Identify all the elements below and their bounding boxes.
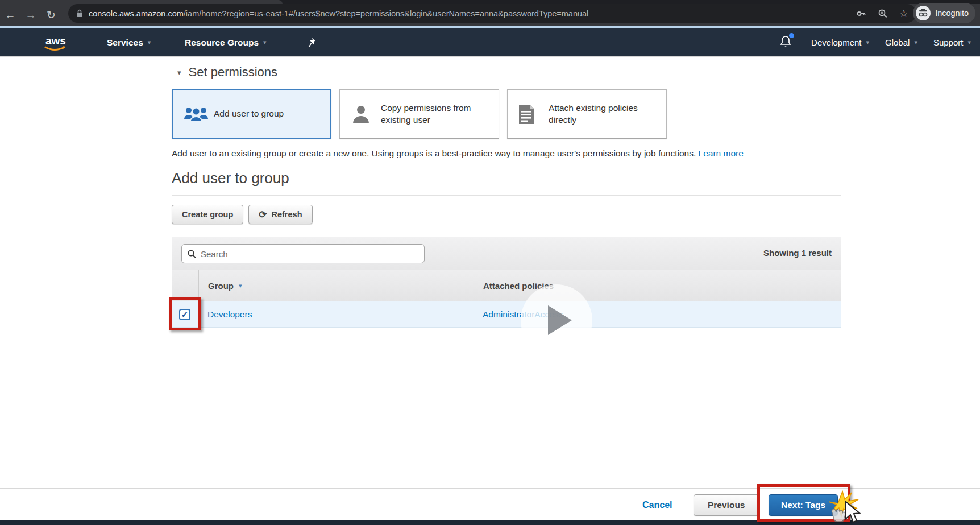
- incognito-label: Incognito: [935, 9, 969, 18]
- next-tags-label: Next: Tags: [781, 500, 825, 510]
- nav-region-global[interactable]: Global ▾: [885, 38, 917, 47]
- reload-icon[interactable]: ↻: [41, 9, 61, 22]
- check-icon: ✓: [181, 310, 189, 319]
- nav-account-development[interactable]: Development ▾: [811, 38, 869, 47]
- results-count: Showing 1 result: [763, 248, 832, 258]
- bookmark-star-icon[interactable]: ☆: [899, 9, 908, 19]
- table-row[interactable]: ✓ Developers AdministratorAccess: [172, 301, 841, 328]
- refresh-icon: ⟳: [259, 210, 267, 220]
- header-checkbox-cell: [172, 270, 199, 301]
- zoom-icon[interactable]: [878, 9, 888, 19]
- chevron-down-icon: ▾: [914, 39, 917, 46]
- create-group-button[interactable]: Create group: [172, 205, 243, 224]
- notification-dot: [789, 33, 794, 38]
- lock-icon: [76, 9, 83, 18]
- url-path: /iam/home?region=us-east-1#/users$new?st…: [184, 9, 589, 18]
- column-header-group[interactable]: Group: [208, 281, 234, 291]
- footer-divider: [0, 488, 980, 489]
- aws-logo[interactable]: aws: [41, 34, 70, 55]
- tab-strip: [0, 0, 980, 4]
- nav-support-label: Support: [933, 38, 964, 47]
- card-attach-policies[interactable]: Attach existing policies directly: [507, 89, 667, 139]
- card-add-user-to-group[interactable]: Add user to group: [172, 89, 331, 139]
- permissions-description: Add user to an existing group or create …: [172, 148, 865, 159]
- group-name-link[interactable]: Developers: [207, 309, 252, 320]
- permission-option-cards: Add user to group Copy permissions from …: [172, 89, 667, 139]
- chevron-down-icon: ▾: [148, 39, 151, 46]
- create-group-label: Create group: [182, 210, 233, 219]
- forward-icon[interactable]: →: [20, 9, 41, 22]
- refresh-button[interactable]: ⟳ Refresh: [248, 205, 312, 224]
- description-text: Add user to an existing group or create …: [172, 148, 696, 158]
- url-domain: console.aws.amazon.com: [89, 9, 184, 18]
- url-bar[interactable]: console.aws.amazon.com/iam/home?region=u…: [68, 4, 916, 23]
- previous-label: Previous: [708, 500, 745, 510]
- incognito-icon: [916, 6, 931, 20]
- cancel-link[interactable]: Cancel: [642, 500, 672, 510]
- row-checkbox[interactable]: ✓: [179, 309, 190, 320]
- chevron-down-icon: ▾: [263, 39, 267, 46]
- card-label: Add user to group: [214, 108, 284, 119]
- browser-chrome: ← → ↻ console.aws.amazon.com/iam/home?re…: [0, 0, 980, 26]
- notifications-bell-icon[interactable]: [779, 35, 792, 51]
- page-title: Set permissions: [189, 65, 278, 80]
- user-icon: [350, 104, 381, 125]
- chevron-down-icon: ▾: [866, 39, 870, 46]
- card-label: Copy permissions from existing user: [381, 102, 491, 125]
- active-tab[interactable]: [0, 0, 283, 4]
- bottom-dark-bar: [0, 520, 980, 525]
- incognito-badge: Incognito: [913, 3, 975, 23]
- chevron-down-icon: ▾: [967, 39, 971, 46]
- table-toolbar: Showing 1 result: [172, 237, 841, 270]
- search-input[interactable]: [201, 249, 418, 259]
- refresh-label: Refresh: [272, 210, 302, 219]
- section-divider: [172, 195, 841, 196]
- back-icon[interactable]: ←: [0, 9, 20, 22]
- video-play-button[interactable]: [521, 284, 592, 356]
- play-icon: [548, 305, 572, 335]
- search-input-wrapper[interactable]: [181, 244, 425, 263]
- pin-icon[interactable]: [308, 37, 317, 51]
- nav-services-label: Services: [107, 38, 143, 48]
- sort-caret-icon[interactable]: ▾: [239, 282, 242, 290]
- nav-services[interactable]: Services ▾: [107, 38, 151, 48]
- previous-button[interactable]: Previous: [694, 494, 759, 516]
- learn-more-link[interactable]: Learn more: [699, 148, 744, 158]
- password-key-icon[interactable]: [856, 9, 866, 19]
- aws-navbar: aws Services ▾ Resource Groups ▾: [0, 28, 980, 57]
- table-header-row: Group ▾ Attached policies: [172, 270, 841, 301]
- nav-resource-groups-label: Resource Groups: [185, 38, 259, 48]
- group-icon: [183, 105, 214, 123]
- policy-document-icon: [518, 104, 549, 125]
- add-user-to-group-heading: Add user to group: [172, 170, 289, 187]
- group-table-panel: Showing 1 result Group ▾ Attached polici…: [172, 237, 841, 328]
- search-icon: [188, 250, 196, 258]
- card-label: Attach existing policies directly: [549, 102, 658, 125]
- card-copy-permissions[interactable]: Copy permissions from existing user: [339, 89, 499, 139]
- nav-development-label: Development: [811, 38, 861, 47]
- nav-support[interactable]: Support ▾: [933, 38, 971, 47]
- set-permissions-section-toggle[interactable]: ▾ Set permissions: [177, 65, 277, 80]
- next-tags-button[interactable]: Next: Tags: [769, 494, 838, 516]
- svg-text:aws: aws: [45, 35, 66, 47]
- collapse-caret-icon: ▾: [177, 68, 181, 77]
- chrome-page-divider: [0, 26, 980, 28]
- nav-resource-groups[interactable]: Resource Groups ▾: [185, 38, 267, 48]
- nav-global-label: Global: [885, 38, 910, 47]
